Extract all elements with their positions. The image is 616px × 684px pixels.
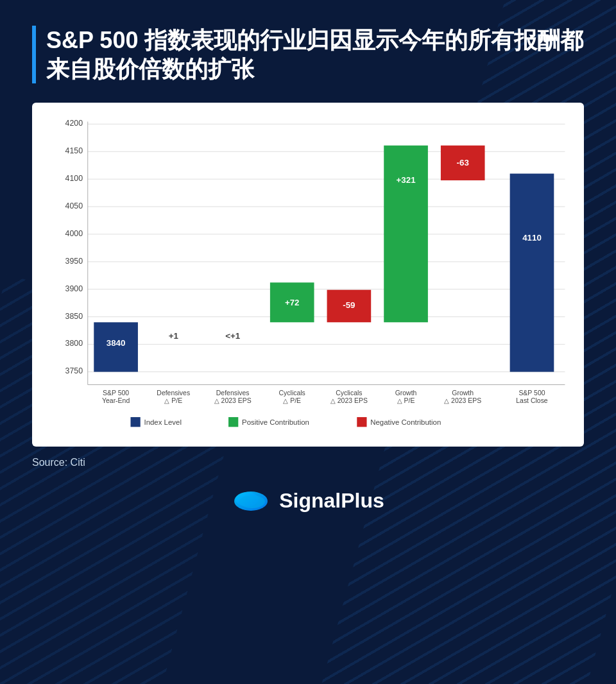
svg-text:Defensives: Defensives [216,389,250,397]
svg-text:Defensives: Defensives [157,389,190,397]
legend-pos-swatch [228,417,238,427]
svg-text:△ 2023 EPS: △ 2023 EPS [330,397,368,404]
svg-text:Growth: Growth [452,389,474,397]
svg-text:3840: 3840 [107,338,126,348]
legend-neg-swatch [357,417,366,427]
svg-text:△ P/E: △ P/E [164,397,182,404]
svg-text:△ 2023 EPS: △ 2023 EPS [214,397,252,404]
svg-text:-59: -59 [343,300,355,310]
svg-text:Last Close: Last Close [516,397,548,404]
legend-pos-label: Positive Contribution [242,418,309,426]
page-title: S&P 500 指数表现的行业归因显示今年的所有报酬都来自股价倍数的扩张 [46,26,584,83]
brand-name: SignalPlus [279,489,384,513]
bar-chart: 4200 4150 4100 4050 4000 3950 3900 3850 … [45,115,571,434]
title-section: S&P 500 指数表现的行业归因显示今年的所有报酬都来自股价倍数的扩张 [32,26,584,83]
svg-text:3800: 3800 [65,339,83,348]
svg-text:4150: 4150 [65,146,83,155]
svg-text:△ P/E: △ P/E [283,397,301,404]
legend-index-swatch [130,417,140,427]
svg-text:+321: +321 [397,175,416,185]
svg-text:4100: 4100 [65,174,83,183]
svg-text:Growth: Growth [395,389,417,397]
svg-text:Cyclicals: Cyclicals [336,389,362,397]
svg-text:3850: 3850 [65,312,83,321]
legend-index-label: Index Level [144,418,182,426]
svg-text:S&P 500: S&P 500 [518,389,545,397]
svg-text:3900: 3900 [65,284,83,293]
svg-text:3950: 3950 [65,257,83,266]
svg-text:△ 2023 EPS: △ 2023 EPS [444,397,481,404]
chart-container: 4200 4150 4100 4050 4000 3950 3900 3850 … [32,103,584,447]
source-text: Source: Citi [32,457,584,468]
bar-sp500-lastclose [510,174,554,372]
svg-text:-63: -63 [457,158,469,167]
svg-text:S&P 500: S&P 500 [103,389,129,397]
svg-text:Year-End: Year-End [102,397,130,404]
svg-text:4000: 4000 [65,229,83,238]
svg-point-47 [239,495,265,508]
svg-rect-0 [88,122,565,385]
bar-growth-pe [384,146,428,323]
legend-neg-label: Negative Contribution [370,418,441,426]
svg-text:4050: 4050 [65,201,83,210]
bar-defensives-pe-label: +1 [169,331,179,341]
bar-defensives-eps-label: <+1 [225,331,241,341]
svg-text:+72: +72 [285,298,300,307]
svg-text:3750: 3750 [65,366,83,375]
svg-text:Cyclicals: Cyclicals [279,389,305,397]
svg-text:4110: 4110 [522,233,542,243]
footer: SignalPlus [32,488,584,515]
svg-text:△ P/E: △ P/E [397,397,415,404]
brand-logo [232,488,270,515]
svg-text:4200: 4200 [65,119,83,128]
